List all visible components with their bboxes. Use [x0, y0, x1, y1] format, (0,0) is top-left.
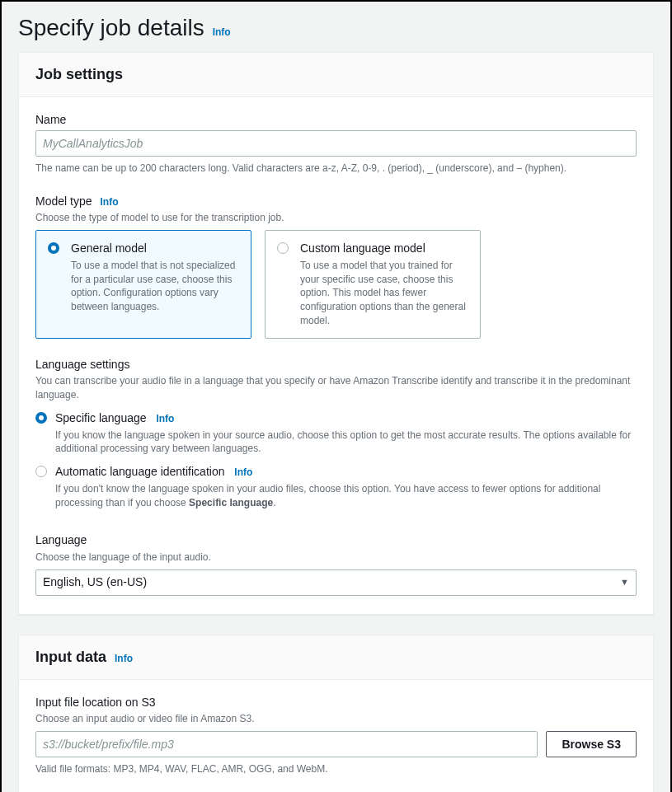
name-input[interactable] — [35, 130, 637, 157]
page-header: Specify job details Info — [2, 2, 670, 52]
model-type-label: Model type — [35, 194, 92, 210]
language-setting-specific[interactable]: Specific language Info If you know the l… — [35, 407, 637, 461]
browse-s3-button[interactable]: Browse S3 — [546, 731, 637, 757]
input-data-title: Input data — [35, 647, 106, 668]
language-select-value: English, US (en-US) — [43, 574, 147, 591]
job-settings-title: Job settings — [35, 64, 123, 85]
language-label: Language — [35, 532, 87, 549]
model-type-tiles: General model To use a model that is not… — [35, 230, 637, 339]
radio-icon — [35, 412, 47, 424]
language-select[interactable]: English, US (en-US) ▼ — [35, 569, 637, 596]
model-type-info-link[interactable]: Info — [100, 195, 118, 209]
name-group: Name The name can be up to 200 character… — [35, 112, 637, 175]
model-type-option-general[interactable]: General model To use a model that is not… — [35, 230, 251, 339]
input-file-group: Input file location on S3 Choose an inpu… — [35, 695, 637, 776]
input-file-label: Input file location on S3 — [35, 695, 156, 711]
job-settings-header: Job settings — [19, 53, 653, 97]
input-data-info-link[interactable]: Info — [115, 652, 133, 666]
language-settings-label: Language settings — [35, 357, 129, 373]
language-setting-auto[interactable]: Automatic language identification Info I… — [35, 461, 637, 514]
model-type-option-custom[interactable]: Custom language model To use a model tha… — [265, 230, 481, 339]
model-type-desc: Choose the type of model to use for the … — [35, 211, 637, 225]
input-data-header: Input data Info — [19, 635, 653, 680]
radio-title: Specific language — [55, 411, 147, 424]
radio-title: Automatic language identification — [55, 465, 224, 478]
input-data-body: Input file location on S3 Choose an inpu… — [19, 680, 653, 792]
language-setting-auto-info-link[interactable]: Info — [234, 466, 252, 478]
desc-bold: Specific language — [189, 497, 273, 508]
desc-suffix: . — [273, 497, 275, 508]
tile-title: General model — [71, 241, 239, 257]
tile-desc: To use a model that is not specialized f… — [71, 259, 239, 314]
page-container: Specify job details Info Job settings Na… — [0, 0, 672, 792]
input-file-field[interactable] — [35, 731, 538, 757]
radio-icon — [48, 242, 59, 254]
name-label: Name — [35, 112, 66, 129]
language-group: Language Choose the language of the inpu… — [35, 532, 637, 595]
input-data-panel: Input data Info Input file location on S… — [18, 635, 654, 792]
language-settings-group: Language settings You can transcribe you… — [35, 357, 637, 515]
radio-icon — [277, 242, 289, 254]
language-desc: Choose the language of the input audio. — [35, 551, 637, 565]
page-info-link[interactable]: Info — [213, 26, 231, 40]
job-settings-body: Name The name can be up to 200 character… — [19, 97, 653, 613]
language-settings-desc: You can transcribe your audio file in a … — [35, 374, 637, 402]
input-file-desc: Choose an input audio or video file in A… — [35, 712, 637, 726]
radio-icon — [35, 466, 47, 477]
desc-prefix: If you don't know the language spoken in… — [55, 483, 600, 508]
page-title: Specify job details — [18, 12, 204, 44]
radio-desc: If you don't know the language spoken in… — [55, 482, 637, 510]
chevron-down-icon: ▼ — [620, 576, 629, 588]
tile-desc: To use a model that you trained for your… — [300, 259, 468, 328]
language-setting-specific-info-link[interactable]: Info — [156, 413, 174, 424]
job-settings-panel: Job settings Name The name can be up to … — [18, 52, 654, 615]
tile-title: Custom language model — [300, 241, 468, 257]
radio-desc: If you know the language spoken in your … — [55, 429, 637, 457]
model-type-group: Model type Info Choose the type of model… — [35, 194, 637, 339]
name-hint: The name can be up to 200 characters lon… — [35, 162, 637, 176]
input-file-hint: Valid file formats: MP3, MP4, WAV, FLAC,… — [35, 762, 637, 776]
language-settings-options: Specific language Info If you know the l… — [35, 407, 637, 514]
